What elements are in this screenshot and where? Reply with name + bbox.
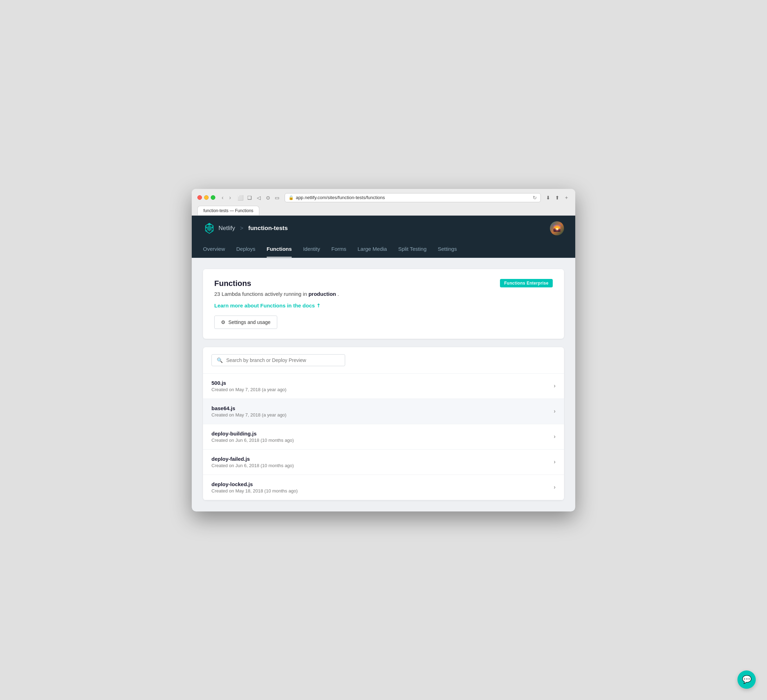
nav-tab-split-testing[interactable]: Split Testing (398, 241, 427, 258)
settings-btn-label: Settings and usage (228, 320, 271, 325)
share-icon[interactable]: ⬆ (554, 194, 560, 201)
function-item-4[interactable]: deploy-locked.js Created on May 18, 2018… (203, 475, 564, 500)
extension-icon[interactable]: ⊙ (265, 194, 271, 201)
function-item-0[interactable]: 500.js Created on May 7, 2018 (a year ag… (203, 374, 564, 399)
duplicate-icon[interactable]: ❑ (247, 194, 253, 201)
enterprise-badge: Functions Enterprise (500, 279, 553, 287)
user-avatar[interactable]: 🌄 (550, 221, 564, 235)
settings-gear-icon: ⚙ (221, 320, 226, 325)
functions-info-card: Functions Functions Enterprise 23 Lambda… (203, 269, 564, 339)
chevron-right-icon-0: › (554, 383, 555, 389)
chat-icon: 💬 (742, 675, 751, 684)
active-tab[interactable]: function-tests — Functions (197, 206, 259, 215)
function-item-0-info: 500.js Created on May 7, 2018 (a year ag… (212, 380, 286, 392)
browser-window: ‹ › ⬜ ❑ ◁ ⊙ ▭ 🔒 app.netlify.com/sites/fu… (192, 189, 575, 511)
chevron-right-icon-1: › (554, 408, 555, 414)
brand-area: Netlify > function-tests (203, 222, 288, 235)
top-navbar: Netlify > function-tests 🌄 (192, 216, 575, 241)
description-suffix: . (337, 291, 339, 297)
nav-tab-forms[interactable]: Forms (331, 241, 347, 258)
search-container: 🔍 (203, 347, 564, 374)
function-date-0: Created on May 7, 2018 (a year ago) (212, 387, 286, 392)
function-name-4: deploy-locked.js (212, 481, 298, 487)
url-text[interactable]: app.netlify.com/sites/function-tests/fun… (296, 195, 531, 200)
browser-right-icons: ⬇ ⬆ ＋ (545, 194, 570, 201)
site-nav: Overview Deploys Functions Identity Form… (192, 241, 575, 258)
functions-list-card: 🔍 500.js Created on May 7, 2018 (a year … (203, 347, 564, 500)
description-prefix: 23 Lambda functions actively running in (214, 291, 307, 297)
nav-tab-identity[interactable]: Identity (303, 241, 320, 258)
function-name-2: deploy-building.js (212, 431, 294, 436)
settings-usage-button[interactable]: ⚙ Settings and usage (214, 315, 277, 329)
learn-more-arrow: ↗ (315, 302, 322, 309)
browser-left-icons: ⬜ ❑ ◁ ⊙ ▭ (237, 194, 280, 201)
nav-tab-large-media[interactable]: Large Media (358, 241, 387, 258)
function-item-3-info: deploy-failed.js Created on Jun 6, 2018 … (212, 456, 294, 468)
browser-nav-buttons: ‹ › (220, 194, 233, 202)
function-item-4-info: deploy-locked.js Created on May 18, 2018… (212, 481, 298, 493)
svg-marker-4 (212, 226, 213, 228)
address-bar[interactable]: 🔒 app.netlify.com/sites/function-tests/f… (285, 193, 541, 202)
app-wrapper: Netlify > function-tests 🌄 Overview Depl… (192, 216, 575, 511)
functions-description: 23 Lambda functions actively running in … (214, 291, 553, 297)
learn-more-text: Learn more about Functions in the docs (214, 302, 315, 309)
function-date-3: Created on Jun 6, 2018 (10 months ago) (212, 463, 294, 468)
description-highlight: production (309, 291, 336, 297)
lock-icon: 🔒 (288, 195, 294, 200)
nav-tab-deploys[interactable]: Deploys (236, 241, 255, 258)
netlify-logo (203, 222, 216, 235)
function-item-1[interactable]: base64.js Created on May 7, 2018 (a year… (203, 399, 564, 424)
function-item-2-info: deploy-building.js Created on Jun 6, 201… (212, 431, 294, 443)
shield-icon[interactable]: ◁ (256, 194, 262, 201)
svg-marker-3 (205, 226, 207, 228)
main-content: Functions Functions Enterprise 23 Lambda… (192, 258, 575, 511)
site-name: function-tests (248, 225, 288, 232)
svg-marker-1 (207, 225, 212, 231)
brand-separator: > (240, 225, 243, 231)
function-name-1: base64.js (212, 405, 286, 411)
traffic-lights (197, 195, 215, 200)
browser-tabs: function-tests — Functions (197, 206, 570, 215)
functions-card-header: Functions Functions Enterprise (214, 279, 553, 288)
traffic-light-green[interactable] (211, 195, 215, 200)
functions-heading: Functions (214, 279, 251, 288)
sidebar-toggle-icon[interactable]: ⬜ (237, 194, 244, 201)
search-icon: 🔍 (217, 357, 223, 363)
nav-tab-settings[interactable]: Settings (438, 241, 457, 258)
chevron-right-icon-3: › (554, 459, 555, 465)
download-icon[interactable]: ⬇ (545, 194, 551, 201)
new-tab-icon[interactable]: ＋ (563, 194, 570, 201)
back-button[interactable]: ‹ (220, 194, 226, 202)
function-name-3: deploy-failed.js (212, 456, 294, 462)
nav-tab-functions[interactable]: Functions (267, 241, 292, 258)
phone-icon[interactable]: ▭ (274, 194, 280, 201)
function-name-0: 500.js (212, 380, 286, 386)
function-item-3[interactable]: deploy-failed.js Created on Jun 6, 2018 … (203, 450, 564, 475)
browser-titlebar: ‹ › ⬜ ❑ ◁ ⊙ ▭ 🔒 app.netlify.com/sites/fu… (197, 193, 570, 202)
traffic-light-red[interactable] (197, 195, 202, 200)
learn-more-link[interactable]: Learn more about Functions in the docs ↗ (214, 302, 320, 309)
function-item-2[interactable]: deploy-building.js Created on Jun 6, 201… (203, 424, 564, 450)
brand-name: Netlify (218, 225, 235, 232)
chevron-right-icon-4: › (554, 484, 555, 490)
function-date-2: Created on Jun 6, 2018 (10 months ago) (212, 438, 294, 443)
traffic-light-yellow[interactable] (204, 195, 208, 200)
search-input-wrapper: 🔍 (212, 354, 345, 366)
nav-tab-overview[interactable]: Overview (203, 241, 225, 258)
forward-button[interactable]: › (227, 194, 233, 202)
function-date-1: Created on May 7, 2018 (a year ago) (212, 412, 286, 418)
browser-chrome: ‹ › ⬜ ❑ ◁ ⊙ ▭ 🔒 app.netlify.com/sites/fu… (192, 189, 575, 216)
chat-button[interactable]: 💬 (737, 670, 756, 689)
function-item-1-info: base64.js Created on May 7, 2018 (a year… (212, 405, 286, 418)
chevron-right-icon-2: › (554, 433, 555, 440)
search-input[interactable] (226, 357, 340, 363)
refresh-button[interactable]: ↻ (533, 195, 537, 200)
function-date-4: Created on May 18, 2018 (10 months ago) (212, 488, 298, 493)
